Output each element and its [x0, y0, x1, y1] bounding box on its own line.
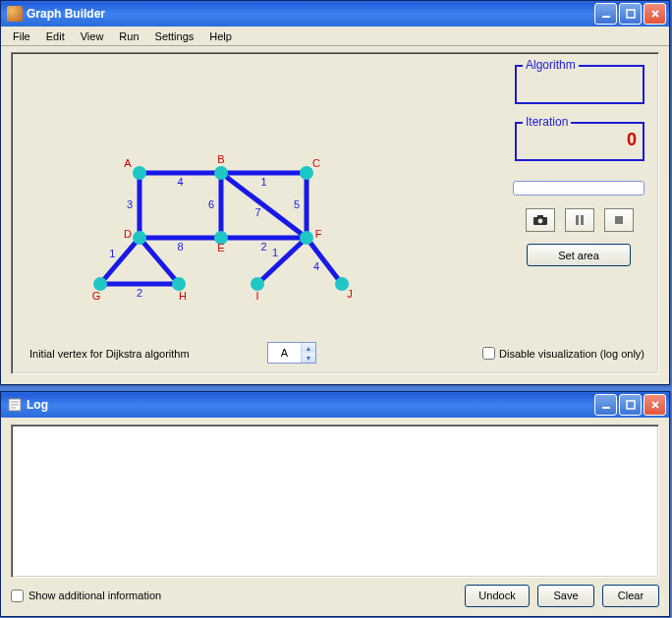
initial-vertex-label: Initial vertex for Dijkstra algorithm: [29, 348, 190, 360]
disable-visualization-input[interactable]: [482, 347, 495, 360]
disable-visualization-checkbox[interactable]: Disable visualization (log only): [482, 347, 644, 360]
edge-D-H[interactable]: [140, 238, 179, 284]
initial-vertex-spinner[interactable]: A ▲ ▼: [267, 342, 316, 364]
menu-settings[interactable]: Settings: [147, 28, 202, 44]
svg-rect-0: [602, 16, 610, 18]
progress-bar: [513, 181, 644, 196]
edge-weight-C-F: 5: [294, 198, 300, 210]
spinner-down-icon[interactable]: ▼: [302, 353, 315, 363]
svg-rect-5: [576, 215, 579, 225]
svg-point-4: [538, 219, 543, 224]
node-label-H: H: [179, 290, 187, 302]
clear-button[interactable]: Clear: [602, 585, 659, 607]
edge-weight-F-I: 1: [272, 247, 278, 258]
iteration-value: 0: [627, 130, 637, 150]
svg-rect-9: [602, 407, 610, 409]
node-label-C: C: [312, 157, 320, 169]
algorithm-legend: Algorithm: [523, 58, 579, 72]
algorithm-box: Algorithm: [515, 65, 644, 104]
svg-rect-3: [537, 215, 543, 218]
log-maximize-button[interactable]: [619, 394, 642, 416]
close-button[interactable]: [644, 3, 666, 25]
node-label-F: F: [315, 228, 322, 240]
menu-run[interactable]: Run: [111, 28, 146, 44]
edge-weight-A-B: 4: [177, 176, 183, 188]
main-title: Graph Builder: [27, 7, 594, 21]
pause-icon: [574, 214, 586, 226]
main-titlebar[interactable]: Graph Builder: [1, 1, 669, 27]
node-label-D: D: [124, 228, 132, 240]
save-button[interactable]: Save: [537, 585, 594, 607]
edge-F-J[interactable]: [307, 238, 342, 284]
log-close-button[interactable]: [644, 394, 666, 416]
svg-rect-10: [627, 401, 635, 409]
set-area-button[interactable]: Set area: [527, 244, 631, 266]
show-additional-input[interactable]: [11, 590, 24, 602]
edge-weight-G-H: 2: [137, 287, 142, 299]
node-H[interactable]: [172, 277, 186, 291]
snapshot-button[interactable]: [526, 208, 555, 232]
maximize-button[interactable]: [619, 3, 642, 25]
spinner-up-icon[interactable]: ▲: [302, 343, 315, 353]
main-window: Graph Builder File Edit View Run Setting…: [0, 0, 670, 385]
node-D[interactable]: [133, 231, 146, 245]
edge-weight-F-J: 4: [313, 260, 319, 272]
initial-vertex-value: A: [268, 347, 301, 359]
iteration-box: Iteration 0: [515, 122, 644, 161]
node-C[interactable]: [300, 166, 313, 180]
minimize-button[interactable]: [594, 3, 617, 25]
undock-button[interactable]: Undock: [465, 585, 530, 607]
log-textarea[interactable]: [11, 424, 659, 578]
node-label-G: G: [92, 290, 101, 302]
node-label-E: E: [217, 242, 224, 253]
log-titlebar[interactable]: Log: [1, 392, 669, 418]
edge-weight-B-C: 1: [260, 176, 266, 188]
show-additional-checkbox[interactable]: Show additional information: [11, 590, 161, 602]
show-additional-label: Show additional information: [28, 590, 161, 601]
log-minimize-button[interactable]: [594, 394, 617, 416]
menu-view[interactable]: View: [73, 28, 112, 44]
menu-help[interactable]: Help: [201, 28, 240, 44]
node-I[interactable]: [251, 277, 264, 291]
edge-weight-E-F: 2: [260, 241, 266, 253]
app-icon: [7, 6, 23, 22]
edge-D-G[interactable]: [100, 238, 140, 284]
log-title: Log: [27, 398, 594, 412]
node-A[interactable]: [133, 166, 146, 180]
edge-weight-B-E: 6: [208, 198, 214, 210]
node-label-B: B: [217, 153, 224, 165]
edge-weight-D-G: 1: [109, 248, 115, 259]
edge-weight-B-F: 7: [254, 206, 260, 218]
graph-canvas[interactable]: 413675821214ABCDEFGHIJ: [22, 63, 434, 328]
menubar: File Edit View Run Settings Help: [1, 27, 669, 46]
node-B[interactable]: [214, 166, 228, 180]
iteration-legend: Iteration: [523, 115, 571, 129]
camera-icon: [532, 214, 548, 226]
log-icon: [7, 397, 23, 413]
stop-icon: [613, 214, 625, 226]
disable-visualization-label: Disable visualization (log only): [499, 348, 644, 360]
node-F[interactable]: [300, 231, 313, 245]
node-G[interactable]: [93, 277, 107, 291]
node-label-A: A: [124, 157, 132, 169]
node-label-J: J: [347, 288, 353, 300]
svg-rect-1: [627, 10, 635, 18]
svg-rect-7: [615, 216, 623, 224]
node-label-I: I: [255, 290, 258, 302]
edge-weight-D-E: 8: [177, 241, 183, 253]
svg-rect-6: [581, 215, 584, 225]
log-window: Log Show additional information Undock S…: [0, 391, 670, 617]
stop-button[interactable]: [604, 208, 634, 232]
edge-weight-A-D: 3: [127, 198, 133, 210]
menu-file[interactable]: File: [5, 28, 38, 44]
menu-edit[interactable]: Edit: [38, 28, 73, 44]
pause-button[interactable]: [565, 208, 594, 232]
